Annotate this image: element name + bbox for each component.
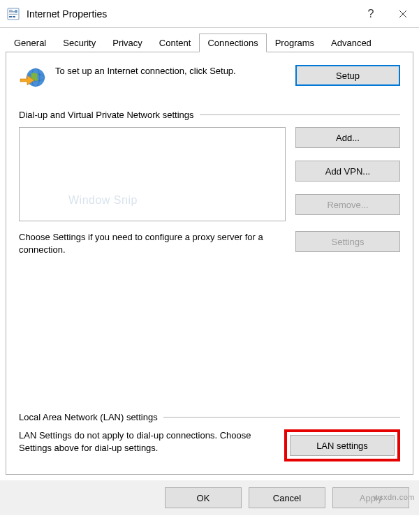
dialup-title-text: Dial-up and Virtual Private Network sett…: [19, 110, 194, 120]
svg-rect-4: [9, 14, 17, 15]
lan-desc: LAN Settings do not apply to dial-up con…: [19, 429, 274, 454]
tab-row: General Security Privacy Content Connect…: [0, 28, 419, 52]
ok-button[interactable]: OK: [165, 487, 242, 508]
snip-watermark: Window Snip: [68, 194, 138, 207]
add-vpn-button[interactable]: Add VPN...: [295, 161, 400, 182]
tab-panel-connections: To set up an Internet connection, click …: [6, 52, 413, 475]
setup-row: To set up an Internet connection, click …: [19, 65, 400, 93]
lan-settings-button[interactable]: LAN settings: [290, 435, 395, 456]
internet-options-icon: [7, 8, 20, 20]
dialup-listbox[interactable]: Window Snip: [19, 127, 286, 221]
lan-button-highlight: LAN settings: [284, 429, 400, 461]
tab-security[interactable]: Security: [54, 34, 104, 52]
dialup-settings-button: Settings: [295, 231, 400, 252]
tab-programs[interactable]: Programs: [267, 34, 323, 52]
setup-button[interactable]: Setup: [295, 65, 400, 86]
dialup-section-title: Dial-up and Virtual Private Network sett…: [19, 110, 400, 120]
window-title: Internet Properties: [27, 8, 355, 20]
globe-arrow-icon: [19, 65, 47, 93]
footer: OK Cancel Apply: [0, 480, 419, 515]
close-button[interactable]: [387, 0, 419, 28]
svg-rect-1: [9, 10, 13, 10]
svg-point-5: [15, 10, 17, 13]
divider: [200, 114, 401, 115]
help-button[interactable]: ?: [355, 0, 387, 28]
divider: [163, 417, 400, 418]
lan-section-title: Local Area Network (LAN) settings: [19, 412, 400, 422]
svg-rect-3: [9, 13, 17, 13]
dialup-settings-desc: Choose Settings if you need to configure…: [19, 231, 286, 256]
page-watermark: wsxdn.com: [373, 493, 415, 501]
svg-rect-6: [9, 16, 12, 17]
tab-connections[interactable]: Connections: [199, 34, 266, 52]
add-button[interactable]: Add...: [295, 127, 400, 148]
tab-privacy[interactable]: Privacy: [104, 34, 151, 52]
setup-text: To set up an Internet connection, click …: [55, 65, 287, 77]
tab-advanced[interactable]: Advanced: [323, 34, 380, 52]
lan-title-text: Local Area Network (LAN) settings: [19, 412, 158, 422]
svg-rect-7: [13, 16, 15, 17]
cancel-button[interactable]: Cancel: [249, 487, 325, 508]
titlebar: Internet Properties ?: [0, 0, 419, 28]
tab-general[interactable]: General: [6, 34, 54, 52]
tab-content[interactable]: Content: [151, 34, 200, 52]
remove-button: Remove...: [295, 194, 400, 215]
